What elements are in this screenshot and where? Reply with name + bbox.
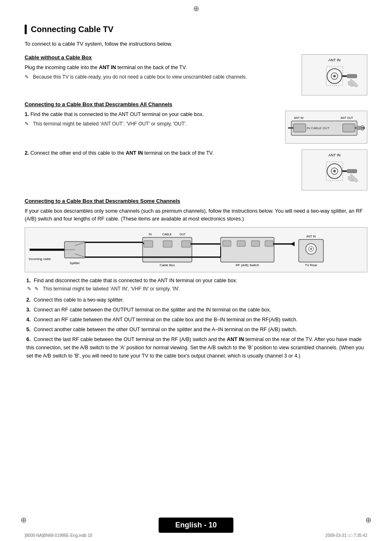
- subsection-cable-box-all: Connecting to a Cable Box that Descrambl…: [25, 101, 367, 190]
- step-sc-5: 5. Connect another cable between the oth…: [25, 325, 367, 334]
- subsection-cable-no-box: Cable without a Cable Box Plug the incom…: [25, 54, 367, 95]
- section-title: Connecting Cable TV: [25, 25, 367, 34]
- svg-text:IN: IN: [149, 233, 152, 236]
- step1-text: 1. Find the cable that is connected to t…: [25, 111, 279, 118]
- step-sc-1: 1. Find and disconnect the cable that is…: [25, 276, 367, 294]
- svg-point-20: [333, 170, 336, 172]
- svg-text:ANT IN: ANT IN: [328, 153, 340, 157]
- section-intro: To connect to a cable TV system, follow …: [25, 41, 367, 47]
- ant-in-bold-2: ANT IN: [126, 150, 143, 156]
- svg-text:OUT: OUT: [180, 233, 186, 236]
- footer-label: English - 10: [159, 518, 233, 533]
- cable-no-box-text: Plug the incoming cable into the ANT IN …: [25, 64, 295, 72]
- svg-rect-12: [343, 124, 355, 132]
- step1-note: This terminal might be labeled 'ANT OUT'…: [25, 120, 279, 128]
- diagram-ant-in-1: ANT IN: [302, 54, 367, 95]
- step2-num: 2.: [25, 150, 29, 156]
- svg-rect-48: [251, 241, 260, 246]
- footer: English - 10: [0, 518, 392, 533]
- svg-rect-22: [347, 169, 357, 173]
- svg-rect-10: [293, 124, 306, 132]
- step-sc-3: 3. Connect an RF cable between the OUTPU…: [25, 306, 367, 314]
- step1-num: 1.: [25, 111, 29, 117]
- svg-rect-40: [163, 241, 172, 247]
- svg-text:Splitter: Splitter: [70, 261, 80, 265]
- cable-no-box-note: Because this TV is cable-ready, you do n…: [25, 73, 295, 81]
- ant-in-bold: ANT IN: [99, 65, 116, 70]
- svg-text:ANT IN: ANT IN: [294, 116, 304, 119]
- svg-rect-15: [356, 126, 361, 130]
- diagram-ant-in-2: ANT IN: [302, 149, 367, 190]
- footer-info-right: 2009-03-31 □□ 7:35:42: [325, 533, 367, 538]
- svg-rect-47: [237, 241, 245, 246]
- step-sc-4: 4. Connect an RF cable between the ANT O…: [25, 316, 367, 324]
- subsection-heading-3: Connecting to a Cable Box that Descrambl…: [25, 198, 367, 204]
- svg-rect-49: [265, 241, 273, 246]
- footer-info-left: [8000-NA]BN68-01988E-Eng.indb 10: [25, 533, 92, 538]
- svg-point-3: [333, 75, 336, 77]
- svg-text:CABLE: CABLE: [162, 233, 172, 236]
- svg-rect-41: [182, 241, 191, 247]
- header-crosshair: ⊕: [193, 4, 199, 13]
- svg-rect-5: [347, 74, 357, 78]
- svg-text:RF (A/B) Switch: RF (A/B) Switch: [236, 263, 259, 267]
- svg-text:ANT IN: ANT IN: [328, 58, 340, 62]
- svg-rect-39: [144, 241, 153, 247]
- step-sc-6: 6. Connect the last RF cable between the…: [25, 335, 367, 360]
- subsection-cable-box-some: Connecting to a Cable Box that Descrambl…: [25, 198, 367, 360]
- svg-text:Incoming cable: Incoming cable: [29, 257, 51, 261]
- page: ⊕ Connecting Cable TV To connect to a ca…: [0, 0, 392, 541]
- step-sc-2: 2. Connect this cable to a two-way split…: [25, 296, 367, 304]
- svg-rect-46: [223, 241, 231, 246]
- svg-text:ANT OUT: ANT OUT: [341, 116, 353, 119]
- svg-text:Cable Box: Cable Box: [160, 263, 175, 267]
- steps-some-channels: 1. Find and disconnect the cable that is…: [25, 276, 367, 360]
- svg-text:TV Rear: TV Rear: [305, 263, 317, 267]
- svg-text:ANT IN: ANT IN: [307, 235, 316, 238]
- diagram-ant-in-out: ANT IN ANT OUT IN CABLE OUT: [285, 111, 367, 144]
- diagram-some-channels: Incoming cable Splitter Cable Box IN CAB…: [25, 227, 367, 272]
- svg-point-58: [310, 248, 312, 250]
- subsection-heading-1: Cable without a Cable Box: [25, 54, 295, 60]
- subsection-heading-2: Connecting to a Cable Box that Descrambl…: [25, 101, 367, 107]
- some-channels-intro: If your cable box descrambles only some …: [25, 207, 367, 223]
- step2-text: 2. Connect the other end of this cable t…: [25, 149, 295, 157]
- svg-text:IN   CABLE   OUT: IN CABLE OUT: [307, 126, 330, 130]
